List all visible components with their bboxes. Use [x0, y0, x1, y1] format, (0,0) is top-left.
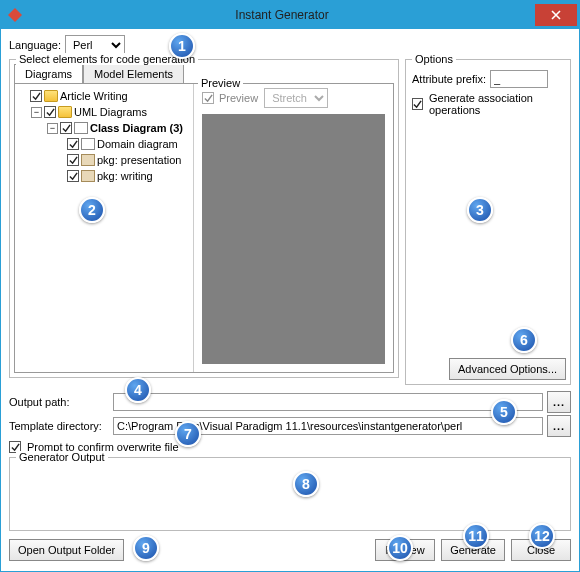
attr-prefix-label: Attribute prefix:: [412, 73, 486, 85]
tree-item: − Class Diagram (3): [17, 120, 191, 136]
template-dir-browse-button[interactable]: ...: [547, 415, 571, 437]
folder-icon: [44, 90, 58, 102]
preview-button[interactable]: Preview: [375, 539, 435, 561]
window-close-button[interactable]: [535, 4, 577, 26]
tree-checkbox[interactable]: [67, 154, 79, 166]
template-dir-input[interactable]: [113, 417, 543, 435]
tree-checkbox[interactable]: [67, 170, 79, 182]
attr-prefix-input[interactable]: [490, 70, 548, 88]
preview-legend: Preview: [198, 77, 243, 89]
tree-checkbox[interactable]: [30, 90, 42, 102]
select-elements-legend: Select elements for code generation: [16, 53, 198, 65]
tree-checkbox[interactable]: [44, 106, 56, 118]
tree-item: − UML Diagrams: [17, 104, 191, 120]
template-dir-label: Template directory:: [9, 420, 105, 432]
app-icon: [7, 7, 23, 23]
tree-item: pkg: presentation: [17, 152, 191, 168]
tab-diagrams[interactable]: Diagrams: [14, 64, 83, 83]
generate-button[interactable]: Generate: [441, 539, 505, 561]
collapse-icon[interactable]: −: [31, 107, 42, 118]
svg-marker-0: [8, 8, 22, 22]
tab-model-elements[interactable]: Model Elements: [83, 64, 184, 83]
diagram-icon: [74, 122, 88, 134]
language-select[interactable]: Perl: [65, 35, 125, 55]
options-legend: Options: [412, 53, 456, 65]
tree-item: pkg: writing: [17, 168, 191, 184]
tree-item: Domain diagram: [17, 136, 191, 152]
open-output-folder-button[interactable]: Open Output Folder: [9, 539, 124, 561]
preview-mode-select: Stretch: [264, 88, 328, 108]
tree-checkbox[interactable]: [67, 138, 79, 150]
titlebar: Instant Generator: [1, 1, 579, 29]
collapse-icon[interactable]: −: [47, 123, 58, 134]
window-title: Instant Generator: [29, 8, 535, 22]
element-tree[interactable]: Article Writing − UML Diagrams −: [15, 84, 193, 372]
package-icon: [81, 170, 95, 182]
generator-output-legend: Generator Output: [16, 451, 108, 463]
diagram-icon: [81, 138, 95, 150]
tree-checkbox[interactable]: [60, 122, 72, 134]
preview-toggle[interactable]: Preview: [202, 92, 258, 104]
preview-area: [202, 114, 385, 364]
gen-assoc-checkbox[interactable]: Generate association operations: [412, 92, 564, 116]
output-path-browse-button[interactable]: ...: [547, 391, 571, 413]
tree-item: Article Writing: [17, 88, 191, 104]
language-label: Language:: [9, 39, 61, 51]
package-icon: [81, 154, 95, 166]
advanced-options-button[interactable]: Advanced Options...: [449, 358, 566, 380]
close-button[interactable]: Close: [511, 539, 571, 561]
output-path-input[interactable]: [113, 393, 543, 411]
output-path-label: Output path:: [9, 396, 105, 408]
folder-icon: [58, 106, 72, 118]
